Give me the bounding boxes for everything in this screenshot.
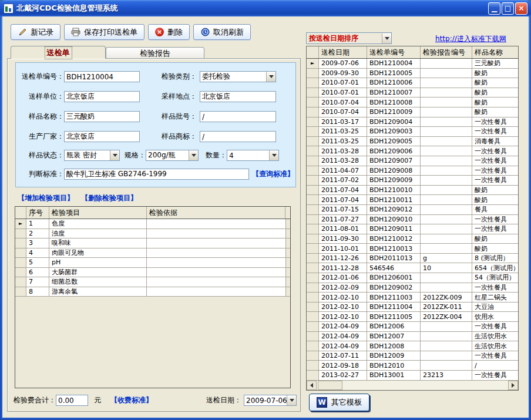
row-selector[interactable] xyxy=(15,238,26,248)
report-no-cell[interactable] xyxy=(421,234,472,244)
order-no-cell[interactable]: BDH1211005 xyxy=(367,312,421,322)
items-grid-row[interactable]: 7细菌总数 xyxy=(15,277,290,287)
row-selector[interactable] xyxy=(307,78,319,88)
report-no-cell[interactable] xyxy=(421,117,472,127)
sample-name-cell[interactable]: 消毒餐具 xyxy=(472,137,518,147)
order-no-cell[interactable]: BDH1210006 xyxy=(367,78,421,88)
order-no-cell[interactable]: BDH1209006 xyxy=(367,146,421,156)
item-basis-cell[interactable] xyxy=(147,268,286,278)
horizontal-scrollbar[interactable] xyxy=(307,380,518,390)
items-grid-row[interactable]: 2浊度 xyxy=(15,229,290,239)
order-no-cell[interactable]: BDH12007 xyxy=(367,332,421,342)
date-cell[interactable]: 2010-07-01 xyxy=(319,78,367,88)
item-name-cell[interactable]: pH xyxy=(49,258,147,268)
row-selector[interactable] xyxy=(307,146,319,156)
chevron-down-icon[interactable] xyxy=(287,395,296,405)
spec-select[interactable]: 200g/瓶 xyxy=(146,150,199,161)
row-selector[interactable] xyxy=(307,244,319,254)
date-cell[interactable]: 2012-02-10 xyxy=(319,303,367,313)
report-no-cell[interactable] xyxy=(421,322,472,332)
table-row[interactable]: 2011-04-07BDH1209008一次性餐具 xyxy=(307,166,518,176)
order-no-cell[interactable]: BDH1209002 xyxy=(367,283,421,293)
close-button[interactable]: × xyxy=(515,2,527,15)
order-no-cell[interactable]: BDH1210009 xyxy=(367,107,421,117)
sample-name-cell[interactable]: 饮用水 xyxy=(472,312,518,322)
date-cell[interactable]: 2011-12-28 xyxy=(319,263,367,273)
report-no-cell[interactable]: 23213 xyxy=(421,371,472,380)
report-no-cell[interactable] xyxy=(421,244,472,254)
report-no-cell[interactable] xyxy=(421,176,472,186)
table-row[interactable]: 2011-07-04BDH1210010酸奶 xyxy=(307,186,518,196)
table-row[interactable]: 2011-07-02BDH1209009一次性餐具 xyxy=(307,176,518,186)
basis-header-cell[interactable]: 检验依据 xyxy=(147,207,285,219)
row-selector[interactable] xyxy=(15,268,26,278)
order-no-cell[interactable]: BDH1209008 xyxy=(367,166,421,176)
sample-name-cell[interactable]: 酸奶 xyxy=(472,234,518,244)
order-no-header-cell[interactable]: 送检单编号 xyxy=(367,46,421,58)
date-cell[interactable]: 2012-04-09 xyxy=(319,332,367,342)
date-cell[interactable]: 2010-07-04 xyxy=(319,98,367,107)
row-selector[interactable] xyxy=(15,277,26,287)
item-basis-cell[interactable] xyxy=(147,287,286,297)
item-name-cell[interactable]: 游离余氯 xyxy=(49,287,147,297)
table-row[interactable]: 2011-12-26BDH2011013g8 (测试用） xyxy=(307,254,518,264)
table-row[interactable]: 2012-04-09BDH12008生活饮用水 xyxy=(307,341,518,351)
sample-name-cell[interactable]: 三元酸奶 xyxy=(472,59,518,69)
row-selector[interactable] xyxy=(307,176,319,186)
sample-name-cell[interactable]: 一次性餐具 xyxy=(472,146,518,156)
table-row[interactable]: 2011-07-27BDH1209010一次性餐具 xyxy=(307,215,518,225)
date-cell[interactable]: 2013-02-27 xyxy=(319,371,367,380)
sample-name-cell[interactable]: 酸奶 xyxy=(472,186,518,196)
row-selector[interactable] xyxy=(307,195,319,205)
order-no-cell[interactable]: BDH12009 xyxy=(367,351,421,361)
date-cell[interactable]: 2012-02-10 xyxy=(319,312,367,322)
report-no-cell[interactable] xyxy=(421,215,472,225)
report-no-cell[interactable] xyxy=(421,195,472,205)
date-cell[interactable]: 2011-08-01 xyxy=(319,224,367,234)
report-no-cell[interactable] xyxy=(421,69,472,79)
other-template-button[interactable]: W 其它模板 xyxy=(309,394,369,411)
table-row[interactable]: 2011-07-15BDH1209012餐具 xyxy=(307,205,518,215)
row-selector[interactable] xyxy=(307,117,319,127)
table-row[interactable]: 2010-07-01BDH1210006酸奶 xyxy=(307,78,518,88)
date-cell[interactable]: 2011-07-15 xyxy=(319,205,367,215)
item-name-cell[interactable]: 大肠菌群 xyxy=(49,268,147,278)
table-row[interactable]: 2011-03-17BDH1209004一次性餐具 xyxy=(307,117,518,127)
order-no-cell[interactable]: BDH1211003 xyxy=(367,293,421,303)
items-grid-row[interactable]: 6大肠菌群 xyxy=(15,268,290,278)
scrollbar-track[interactable] xyxy=(342,381,508,390)
table-row[interactable]: ►2009-07-06BDH1210004三元酸奶 xyxy=(307,59,518,69)
table-row[interactable]: 2012-09-18BDH12010/ xyxy=(307,361,518,371)
item-basis-cell[interactable] xyxy=(147,238,286,248)
scroll-left-button[interactable] xyxy=(307,381,317,390)
sample-name-cell[interactable]: 大豆油 xyxy=(472,303,518,313)
items-grid-row[interactable]: 3嗅和味 xyxy=(15,238,290,248)
date-cell[interactable]: 2012-02-10 xyxy=(319,293,367,303)
row-selector[interactable] xyxy=(307,127,319,137)
report-no-cell[interactable] xyxy=(421,78,472,88)
sample-brand-input[interactable] xyxy=(200,131,276,142)
sample-name-cell[interactable]: 红星二锅头 xyxy=(472,293,518,303)
items-grid-row[interactable]: 5pH xyxy=(15,258,290,268)
sample-name-cell[interactable]: 654（测试用） xyxy=(472,263,518,273)
report-no-cell[interactable] xyxy=(421,205,472,215)
sample-name-cell[interactable]: 一次性餐具 xyxy=(472,156,518,166)
report-no-cell[interactable] xyxy=(421,341,472,351)
table-row[interactable]: 2011-07-04BDH1210011酸奶 xyxy=(307,195,518,205)
date-cell[interactable]: 2009-09-30 xyxy=(319,69,367,79)
order-no-cell[interactable]: BDH1210008 xyxy=(367,98,421,107)
chevron-down-icon[interactable] xyxy=(110,150,119,160)
date-cell[interactable]: 2011-03-28 xyxy=(319,146,367,156)
date-cell[interactable]: 2012-09-18 xyxy=(319,361,367,371)
report-no-cell[interactable] xyxy=(421,137,472,147)
report-no-cell[interactable] xyxy=(421,283,472,293)
item-name-cell[interactable]: 细菌总数 xyxy=(49,277,147,287)
row-selector[interactable] xyxy=(307,224,319,234)
row-selector[interactable] xyxy=(15,287,26,297)
items-grid-row[interactable]: 4肉眼可见物 xyxy=(15,248,290,258)
table-row[interactable]: 2010-07-04BDH1210009酸奶 xyxy=(307,107,518,117)
sample-name-cell[interactable]: / xyxy=(472,361,518,371)
sample-name-input[interactable] xyxy=(64,111,140,122)
chevron-down-icon[interactable] xyxy=(269,150,278,160)
sample-name-cell[interactable]: 一次性餐具 xyxy=(472,351,518,361)
